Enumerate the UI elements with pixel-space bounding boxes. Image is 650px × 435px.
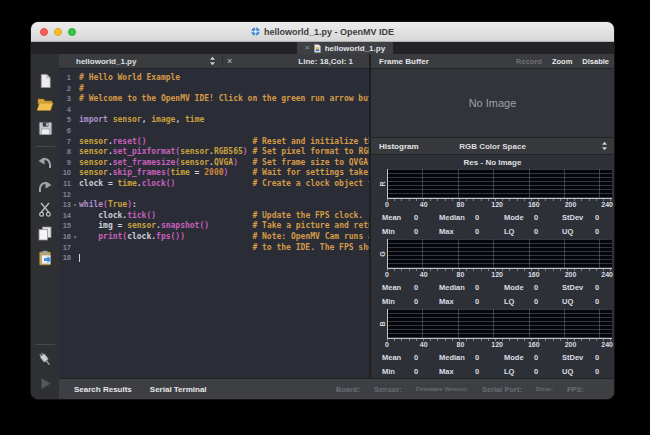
stat-lq: LQ0: [504, 367, 562, 376]
code-line[interactable]: 11clock = time.clock() # Create a clock …: [59, 179, 369, 190]
code-line[interactable]: 8sensor.set_pixformat(sensor.RGB565) # S…: [59, 147, 369, 158]
status-tab-serial-terminal[interactable]: Serial Terminal: [150, 385, 207, 394]
new-file-icon[interactable]: [36, 72, 54, 89]
stat-stdev: StDev0: [562, 283, 612, 292]
fold-gutter: [71, 190, 79, 201]
close-tab-icon[interactable]: ×: [305, 44, 310, 52]
run-icon[interactable]: [36, 375, 54, 392]
tick-label: 40: [420, 341, 428, 348]
disable-button[interactable]: Disable: [582, 57, 609, 66]
stat-mode: Mode0: [504, 283, 562, 292]
tick-label: 0: [385, 341, 389, 348]
paste-icon[interactable]: [36, 249, 54, 266]
status-field-firmware-version: Firmware Version:: [416, 386, 468, 392]
code-line[interactable]: 14 clock.tick() # Update the FPS clock.: [59, 211, 369, 222]
fold-gutter: [71, 147, 79, 158]
document-dropdown-arrows-icon[interactable]: [209, 56, 216, 68]
copy-icon[interactable]: [36, 225, 54, 242]
code-text: sensor.set_framesize(sensor.QVGA) # Set …: [79, 158, 369, 169]
code-line[interactable]: 12: [59, 190, 369, 201]
tab-bar: × helloworld_1.py: [31, 42, 614, 54]
tick-label: 80: [456, 201, 464, 208]
status-tab-search-results[interactable]: Search Results: [74, 385, 132, 394]
record-button[interactable]: Record: [516, 57, 542, 66]
fold-gutter: [71, 137, 79, 148]
code-line[interactable]: 17 # to the IDE. The FPS should increase…: [59, 243, 369, 254]
status-field-fps: FPS:: [567, 385, 584, 394]
connect-icon[interactable]: [36, 351, 54, 368]
tab-helloworld[interactable]: × helloworld_1.py: [297, 42, 393, 54]
code-line[interactable]: 4: [59, 105, 369, 116]
code-line[interactable]: 3# Welcome to the OpenMV IDE! Click on t…: [59, 94, 369, 105]
code-text: [79, 190, 369, 201]
code-text: print(clock.fps()) # Note: OpenMV Cam ru…: [79, 232, 369, 243]
code-text: img = sensor.snapshot() # Take a picture…: [79, 221, 369, 232]
open-document-dropdown[interactable]: helloworld_1.py: [59, 57, 136, 66]
stat-min: Min0: [382, 367, 439, 376]
line-number: 3: [59, 94, 71, 105]
fold-chevron-icon[interactable]: ▾: [71, 200, 79, 211]
stat-stdev: StDev0: [562, 213, 612, 222]
tick-label: 200: [565, 271, 577, 278]
stat-min: Min0: [382, 227, 439, 236]
fold-gutter: [71, 105, 79, 116]
maximize-window-button[interactable]: [68, 28, 76, 36]
stats-row: Mean0Median0Mode0StDev0: [376, 210, 612, 225]
close-document-icon[interactable]: ×: [227, 54, 232, 68]
stat-median: Median0: [439, 283, 504, 292]
tick-label: 40: [420, 201, 428, 208]
titlebar[interactable]: helloworld_1.py - OpenMV IDE: [31, 22, 614, 42]
stat-uq: UQ0: [562, 367, 612, 376]
tick-label: 160: [528, 271, 540, 278]
cut-icon[interactable]: [36, 201, 54, 218]
line-number: 11: [59, 179, 71, 190]
save-icon[interactable]: [36, 120, 54, 137]
code-editor[interactable]: 1# Hello World Example2#3# Welcome to th…: [59, 69, 369, 378]
tick-label: 240: [601, 271, 613, 278]
zoom-button[interactable]: Zoom: [552, 57, 572, 66]
code-line[interactable]: 1# Hello World Example: [59, 73, 369, 84]
tick-label: 160: [528, 341, 540, 348]
x-axis-ticks: 04080120160200240: [387, 269, 612, 280]
y-axis-label: B: [367, 319, 397, 330]
histogram-plot: [387, 239, 612, 269]
close-window-button[interactable]: [40, 28, 48, 36]
redo-icon[interactable]: [36, 177, 54, 194]
code-line[interactable]: 10sensor.skip_frames(time = 2000) # Wait…: [59, 168, 369, 179]
line-number: 17: [59, 243, 71, 254]
dropdown-arrows-icon[interactable]: [601, 141, 614, 151]
histogram-channel-g: G04080120160200240Mean0Median0Mode0StDev…: [371, 239, 614, 309]
code-line[interactable]: 13▾while(True):: [59, 200, 369, 211]
line-number: 5: [59, 115, 71, 126]
code-line[interactable]: 5import sensor, image, time: [59, 115, 369, 126]
undo-icon[interactable]: [36, 153, 54, 170]
code-text: clock.tick() # Update the FPS clock.: [79, 211, 369, 222]
code-line[interactable]: 15 img = sensor.snapshot() # Take a pict…: [59, 221, 369, 232]
code-line[interactable]: 6: [59, 126, 369, 137]
stats-row: Min0Max0LQ0UQ0: [376, 295, 612, 310]
code-line[interactable]: 7sensor.reset() # Reset and initialize t…: [59, 137, 369, 148]
window-title: helloworld_1.py - OpenMV IDE: [251, 27, 394, 37]
frame-buffer-title: Frame Buffer: [371, 57, 429, 66]
fold-gutter: [71, 253, 79, 264]
open-folder-icon[interactable]: [36, 96, 54, 113]
line-col-indicator: Line: 18,Col: 1: [298, 57, 369, 66]
fold-chevron-icon[interactable]: ▾: [71, 232, 79, 243]
stats-row: Mean0Median0Mode0StDev0: [376, 350, 612, 365]
code-line[interactable]: 16▾ print(clock.fps()) # Note: OpenMV Ca…: [59, 232, 369, 243]
stats-row: Min0Max0LQ0UQ0: [376, 365, 612, 380]
x-axis-ticks: 04080120160200240: [387, 339, 612, 350]
minimize-window-button[interactable]: [54, 28, 62, 36]
tick-label: 0: [385, 201, 389, 208]
fold-gutter: [71, 179, 79, 190]
code-line[interactable]: 2#: [59, 84, 369, 95]
code-line[interactable]: 9sensor.set_framesize(sensor.QVGA) # Set…: [59, 158, 369, 169]
fold-gutter: [71, 126, 79, 137]
no-image-placeholder: No Image: [469, 97, 517, 109]
code-text: while(True):: [79, 200, 369, 211]
code-text: import sensor, image, time: [79, 115, 369, 126]
tick-label: 120: [491, 201, 503, 208]
histogram-header: Histogram RGB Color Space: [371, 137, 614, 155]
code-text: #: [79, 84, 369, 95]
code-line[interactable]: 18: [59, 253, 369, 264]
